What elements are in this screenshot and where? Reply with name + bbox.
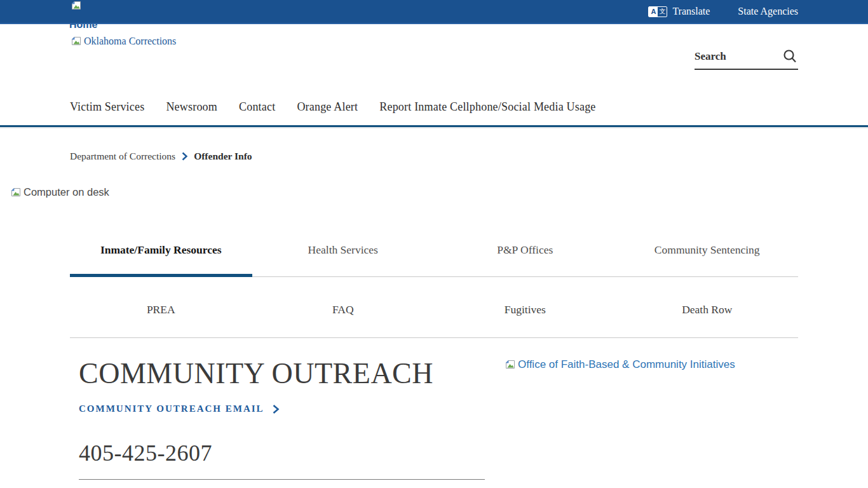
nav-newsroom[interactable]: Newsroom — [166, 100, 217, 114]
tab-health-services[interactable]: Health Services — [252, 243, 435, 257]
tab-faq[interactable]: FAQ — [252, 303, 435, 316]
email-link-label: COMMUNITY OUTREACH EMAIL — [79, 403, 264, 414]
tabs-bottom-divider — [70, 337, 798, 338]
hero-image-alt-text: Computer on desk — [24, 186, 109, 198]
chevron-right-icon — [181, 152, 188, 161]
breadcrumb-current: Offender Info — [194, 151, 252, 162]
tab-inmate-family-resources[interactable]: Inmate/Family Resources — [70, 243, 252, 257]
tab-death-row[interactable]: Death Row — [616, 303, 799, 316]
tab-community-sentencing[interactable]: Community Sentencing — [616, 243, 799, 257]
translate-button[interactable]: A文 Translate — [648, 6, 710, 17]
state-agencies-link[interactable]: State Agencies — [738, 6, 798, 17]
breadcrumb: Department of Corrections Offender Info — [70, 151, 252, 162]
tab-prea[interactable]: PREA — [70, 303, 252, 316]
chevron-right-icon — [272, 404, 280, 414]
search-icon — [782, 48, 798, 65]
main-navigation: Victim Services Newsroom Contact Orange … — [70, 100, 596, 114]
tab-row-primary: Inmate/Family Resources Health Services … — [70, 243, 798, 257]
nav-contact[interactable]: Contact — [239, 100, 275, 114]
state-agencies-label: State Agencies — [738, 6, 798, 17]
broken-image-icon — [70, 36, 83, 46]
nav-victim-services[interactable]: Victim Services — [70, 100, 144, 114]
site-logo-alt-text: Oklahoma Corrections — [84, 36, 176, 47]
hero-image-broken: Computer on desk — [10, 186, 109, 198]
search-box — [695, 44, 798, 70]
broken-image-icon — [70, 1, 83, 11]
tab-row-secondary: PREA FAQ Fugitives Death Row — [70, 303, 798, 316]
community-outreach-email-link[interactable]: COMMUNITY OUTREACH EMAIL — [79, 403, 280, 414]
breadcrumb-parent-link[interactable]: Department of Corrections — [70, 151, 175, 162]
tab-fugitives[interactable]: Fugitives — [434, 303, 616, 316]
faith-based-alt-text: Office of Faith-Based & Community Initia… — [518, 358, 735, 371]
tab-pp-offices[interactable]: P&P Offices — [434, 243, 616, 257]
translate-label: Translate — [672, 6, 710, 17]
faith-based-image-link[interactable]: Office of Faith-Based & Community Initia… — [504, 358, 735, 371]
active-tab-indicator — [70, 274, 252, 277]
site-logo-link[interactable]: Oklahoma Corrections — [70, 36, 176, 47]
content-divider — [79, 479, 485, 480]
phone-number: 405-425-2607 — [79, 440, 212, 466]
nav-report-inmate-cellphone[interactable]: Report Inmate Cellphone/Social Media Usa… — [379, 100, 595, 114]
top-utility-bar: A文 Translate State Agencies — [0, 0, 868, 24]
page-title: COMMUNITY OUTREACH — [79, 356, 433, 390]
nav-orange-alert[interactable]: Orange Alert — [297, 100, 358, 114]
broken-image-icon — [10, 187, 22, 198]
translate-icon: A文 — [648, 6, 667, 17]
broken-image-icon — [504, 360, 517, 370]
search-button[interactable] — [782, 48, 798, 65]
search-input[interactable] — [695, 50, 771, 63]
header-divider-shadow — [0, 127, 868, 128]
